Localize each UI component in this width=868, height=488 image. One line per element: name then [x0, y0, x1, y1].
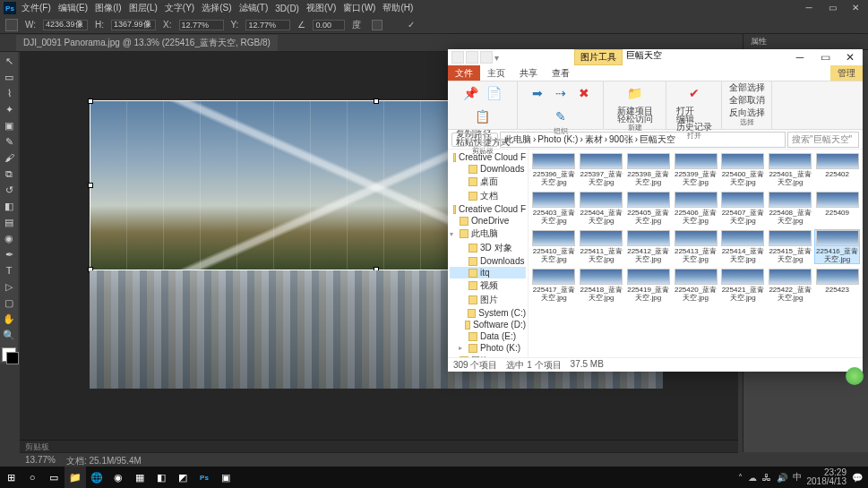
file-thumbnail[interactable]: 225402	[815, 153, 859, 186]
file-thumbnail[interactable]: 225413_蓝青天空.jpg	[674, 230, 718, 263]
menu-window[interactable]: 窗口(W)	[343, 2, 375, 14]
qat-icon[interactable]	[451, 51, 464, 64]
tree-node[interactable]: Creative Cloud F	[450, 203, 526, 215]
newfolder-icon[interactable]: 📁	[625, 83, 645, 103]
file-thumbnail[interactable]: 225412_蓝青天空.jpg	[626, 230, 670, 263]
file-thumbnail[interactable]: 225418_蓝青天空.jpg	[580, 269, 623, 302]
file-thumbnail[interactable]: 225404_蓝青天空.jpg	[580, 192, 623, 225]
brush-tool-icon[interactable]: 🖌	[2, 150, 16, 165]
menu-file[interactable]: 文件(F)	[21, 2, 51, 14]
explorer-close-button[interactable]: ✕	[838, 51, 863, 64]
opt-check-icon[interactable]	[372, 20, 382, 30]
search-input[interactable]: 搜索"巨幅天空"	[787, 132, 859, 148]
search-icon[interactable]: ○	[21, 467, 43, 488]
select-all-button[interactable]: 全部选择	[729, 83, 765, 92]
file-thumbnail[interactable]: 225415_蓝青天空.jpg	[769, 230, 812, 263]
assist-bubble-icon[interactable]	[846, 367, 864, 385]
explorer-taskbar-icon[interactable]: 📁	[64, 467, 86, 488]
app-icon[interactable]: ◩	[172, 467, 193, 488]
file-thumbnail[interactable]: 225396_蓝青天空.jpg	[532, 153, 576, 186]
file-thumbnail[interactable]: 225399_蓝青天空.jpg	[674, 153, 718, 186]
edge-icon[interactable]: 🌐	[86, 467, 107, 488]
chrome-icon[interactable]: ◉	[107, 467, 129, 488]
ps-minimize-button[interactable]: ─	[798, 2, 820, 14]
tree-node[interactable]: Downloads	[450, 255, 526, 267]
pen-tool-icon[interactable]: ✒	[2, 247, 16, 261]
file-thumbnail[interactable]: 225403_蓝青天空.jpg	[532, 192, 576, 225]
history-brush-icon[interactable]: ↺	[2, 183, 16, 197]
menu-edit[interactable]: 编辑(E)	[58, 2, 88, 14]
taskview-icon[interactable]: ▭	[43, 467, 64, 488]
ps-close-button[interactable]: ✕	[845, 2, 866, 14]
document-tab[interactable]: DJI_0091 Panorama.jpg @ 13.3% (225416_蓝青…	[16, 35, 278, 51]
file-thumbnail[interactable]: 225406_蓝青天空.jpg	[674, 192, 718, 225]
explorer-maximize-button[interactable]: ▭	[812, 51, 838, 64]
transform-handle[interactable]	[88, 183, 93, 188]
menu-3d[interactable]: 3D(D)	[275, 4, 299, 13]
zoom-tool-icon[interactable]: 🔍	[2, 328, 16, 342]
gradient-tool-icon[interactable]: ▤	[2, 215, 16, 229]
tab-view[interactable]: 查看	[545, 65, 577, 81]
moveto-icon[interactable]: ➡	[528, 83, 547, 103]
tab-home[interactable]: 主页	[480, 65, 512, 81]
breadcrumb[interactable]: 此电脑	[504, 133, 531, 146]
transform-handle[interactable]	[374, 98, 379, 104]
blur-tool-icon[interactable]: ◉	[2, 231, 16, 245]
copy-icon[interactable]: 📄	[485, 83, 504, 103]
explorer-minimize-button[interactable]: ─	[787, 51, 812, 64]
transform-handle[interactable]	[88, 98, 93, 104]
rename-icon[interactable]: ✎	[551, 107, 571, 126]
menu-filter[interactable]: 滤镜(T)	[239, 2, 269, 14]
app-icon[interactable]: ▣	[215, 467, 236, 488]
tree-node[interactable]: 视频	[450, 278, 526, 293]
qat-icon[interactable]	[466, 51, 478, 64]
wand-tool-icon[interactable]: ✦	[2, 102, 16, 116]
notification-icon[interactable]: 💬	[852, 473, 863, 483]
tray-up-icon[interactable]: ˄	[738, 473, 743, 483]
eyedropper-tool-icon[interactable]: ✎	[2, 134, 16, 149]
menu-help[interactable]: 帮助(H)	[382, 2, 413, 14]
breadcrumb[interactable]: 巨幅天空	[640, 133, 675, 146]
path-tool-icon[interactable]: ▷	[2, 279, 16, 294]
explorer-window[interactable]: ▾ 图片工具 巨幅天空 ─ ▭ ✕ 文件 主页 共享 查看 管理 📌 📄 📋 复…	[448, 49, 863, 372]
opt-x-input[interactable]	[179, 20, 224, 30]
file-thumbnail[interactable]: 225401_蓝青天空.jpg	[769, 153, 812, 186]
hand-tool-icon[interactable]: ✋	[2, 312, 16, 326]
clock-date[interactable]: 2018/4/13	[807, 477, 847, 486]
file-thumbnail[interactable]: 225420_蓝青天空.jpg	[674, 269, 718, 302]
menu-type[interactable]: 文字(Y)	[165, 2, 194, 14]
tray-cloud-icon[interactable]: ☁	[748, 473, 757, 483]
type-tool-icon[interactable]: T	[2, 263, 16, 278]
file-thumbnail[interactable]: 225422_蓝青天空.jpg	[769, 269, 812, 302]
tree-node[interactable]: 桌面	[450, 175, 526, 189]
file-thumbnail[interactable]: 225416_蓝青天空.jpg	[815, 230, 859, 263]
breadcrumb[interactable]: 素材	[585, 133, 603, 146]
tray-ime-icon[interactable]: 中	[793, 471, 802, 484]
tree-node[interactable]: 图片	[450, 293, 526, 307]
pin-icon[interactable]: 📌	[461, 83, 481, 103]
opt-w-input[interactable]	[43, 20, 88, 30]
app-icon[interactable]: ▦	[129, 467, 150, 488]
nav-up-button[interactable]: ↑	[484, 133, 498, 147]
easy-access-button[interactable]: 轻松访问	[617, 115, 653, 123]
marquee-tool-icon[interactable]: ▭	[2, 70, 16, 84]
tab-manage[interactable]: 管理	[830, 65, 863, 81]
file-thumbnail[interactable]: 225398_蓝青天空.jpg	[626, 153, 670, 186]
tab-share[interactable]: 共享	[512, 65, 545, 81]
select-none-button[interactable]: 全部取消	[729, 96, 765, 105]
qat-icon[interactable]	[480, 51, 493, 64]
tree-node[interactable]: Downloads	[450, 163, 526, 175]
menu-view[interactable]: 视图(V)	[306, 2, 336, 14]
file-thumbnail[interactable]: 225419_蓝青天空.jpg	[626, 269, 670, 302]
file-thumbnail[interactable]: 225411_蓝青天空.jpg	[580, 230, 623, 263]
ps-maximize-button[interactable]: ▭	[821, 2, 843, 14]
eraser-tool-icon[interactable]: ◧	[2, 199, 16, 213]
tab-file[interactable]: 文件	[448, 65, 480, 81]
tree-node[interactable]: Data (E:)	[450, 330, 526, 342]
color-swatch[interactable]	[2, 347, 16, 362]
menu-select[interactable]: 选择(S)	[202, 2, 231, 14]
nav-back-button[interactable]: ←	[451, 133, 466, 147]
file-thumbnail[interactable]: 225409	[815, 192, 859, 225]
file-thumbnail[interactable]: 225417_蓝青天空.jpg	[532, 269, 576, 302]
address-bar[interactable]: 此电脑 › Photo (K:) › 素材 › 900张 › 巨幅天空	[500, 132, 786, 148]
